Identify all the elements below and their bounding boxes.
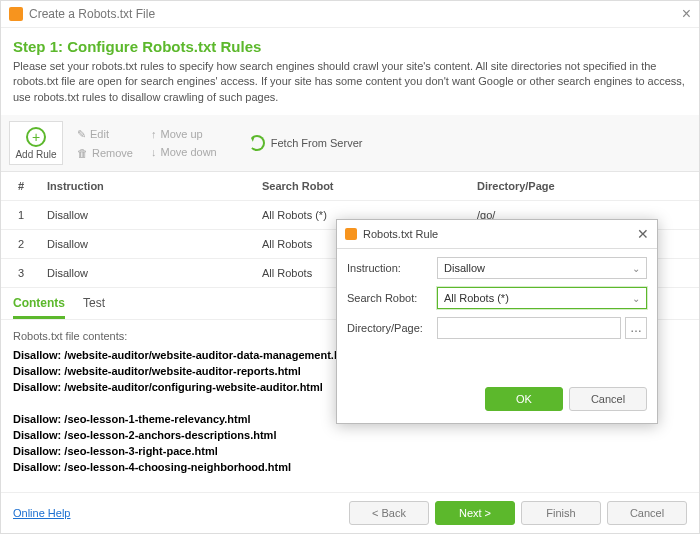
refresh-icon bbox=[249, 135, 265, 151]
remove-button[interactable]: 🗑Remove bbox=[73, 145, 137, 161]
pencil-icon: ✎ bbox=[77, 128, 86, 141]
file-line: Disallow: /seo-lesson-5-staying-se-frien… bbox=[13, 476, 687, 479]
tab-contents[interactable]: Contents bbox=[13, 296, 65, 319]
search-robot-select[interactable]: All Robots (*) ⌄ bbox=[437, 287, 647, 309]
fetch-label: Fetch From Server bbox=[271, 137, 363, 149]
add-rule-label: Add Rule bbox=[15, 149, 56, 160]
remove-label: Remove bbox=[92, 147, 133, 159]
move-up-label: Move up bbox=[160, 128, 202, 140]
step-title: Step 1: Configure Robots.txt Rules bbox=[1, 28, 699, 59]
robots-rule-dialog: Robots.txt Rule ✕ Instruction: Disallow … bbox=[336, 219, 658, 424]
arrow-down-icon: ↓ bbox=[151, 146, 157, 158]
edit-button[interactable]: ✎Edit bbox=[73, 126, 137, 143]
file-line: Disallow: /seo-lesson-4-choosing-neighbo… bbox=[13, 460, 687, 476]
arrow-up-icon: ↑ bbox=[151, 128, 157, 140]
toolbar: + Add Rule ✎Edit 🗑Remove ↑Move up ↓Move … bbox=[1, 115, 699, 172]
trash-icon: 🗑 bbox=[77, 147, 88, 159]
step-description: Please set your robots.txt rules to spec… bbox=[1, 59, 699, 115]
window-title: Create a Robots.txt File bbox=[29, 7, 682, 21]
file-line: Disallow: /seo-lesson-3-right-pace.html bbox=[13, 444, 687, 460]
dialog-close-icon[interactable]: ✕ bbox=[637, 226, 649, 242]
browse-button[interactable]: … bbox=[625, 317, 647, 339]
fetch-button[interactable]: Fetch From Server bbox=[249, 135, 363, 151]
cell-instruction: Disallow bbox=[41, 230, 256, 258]
cell-instruction: Disallow bbox=[41, 259, 256, 287]
dialog-icon bbox=[345, 228, 357, 240]
edit-label: Edit bbox=[90, 128, 109, 140]
dialog-ok-button[interactable]: OK bbox=[485, 387, 563, 411]
finish-button[interactable]: Finish bbox=[521, 501, 601, 525]
move-down-button[interactable]: ↓Move down bbox=[147, 144, 221, 160]
plus-icon: + bbox=[26, 127, 46, 147]
col-header-instruction: Instruction bbox=[41, 172, 256, 200]
instruction-label: Instruction: bbox=[347, 262, 437, 274]
search-robot-value: All Robots (*) bbox=[444, 292, 509, 304]
directory-input[interactable] bbox=[437, 317, 621, 339]
next-button[interactable]: Next > bbox=[435, 501, 515, 525]
col-header-dir: Directory/Page bbox=[471, 172, 699, 200]
cell-num: 3 bbox=[1, 259, 41, 287]
dialog-titlebar: Robots.txt Rule ✕ bbox=[337, 220, 657, 249]
online-help-link[interactable]: Online Help bbox=[13, 507, 70, 519]
instruction-value: Disallow bbox=[444, 262, 485, 274]
cell-num: 2 bbox=[1, 230, 41, 258]
chevron-down-icon: ⌄ bbox=[632, 293, 640, 304]
add-rule-button[interactable]: + Add Rule bbox=[9, 121, 63, 165]
titlebar: Create a Robots.txt File × bbox=[1, 1, 699, 28]
col-header-robot: Search Robot bbox=[256, 172, 471, 200]
dialog-title: Robots.txt Rule bbox=[363, 228, 637, 240]
chevron-down-icon: ⌄ bbox=[632, 263, 640, 274]
back-button[interactable]: < Back bbox=[349, 501, 429, 525]
file-line: Disallow: /seo-lesson-2-anchors-descript… bbox=[13, 428, 687, 444]
directory-label: Directory/Page: bbox=[347, 322, 437, 334]
col-header-num: # bbox=[1, 172, 41, 200]
cell-num: 1 bbox=[1, 201, 41, 229]
dialog-cancel-button[interactable]: Cancel bbox=[569, 387, 647, 411]
table-header: # Instruction Search Robot Directory/Pag… bbox=[1, 172, 699, 201]
move-down-label: Move down bbox=[160, 146, 216, 158]
cancel-button[interactable]: Cancel bbox=[607, 501, 687, 525]
tab-test[interactable]: Test bbox=[83, 296, 105, 319]
footer: Online Help < Back Next > Finish Cancel bbox=[1, 492, 699, 533]
search-robot-label: Search Robot: bbox=[347, 292, 437, 304]
instruction-select[interactable]: Disallow ⌄ bbox=[437, 257, 647, 279]
close-icon[interactable]: × bbox=[682, 5, 691, 23]
cell-instruction: Disallow bbox=[41, 201, 256, 229]
move-up-button[interactable]: ↑Move up bbox=[147, 126, 221, 142]
app-icon bbox=[9, 7, 23, 21]
